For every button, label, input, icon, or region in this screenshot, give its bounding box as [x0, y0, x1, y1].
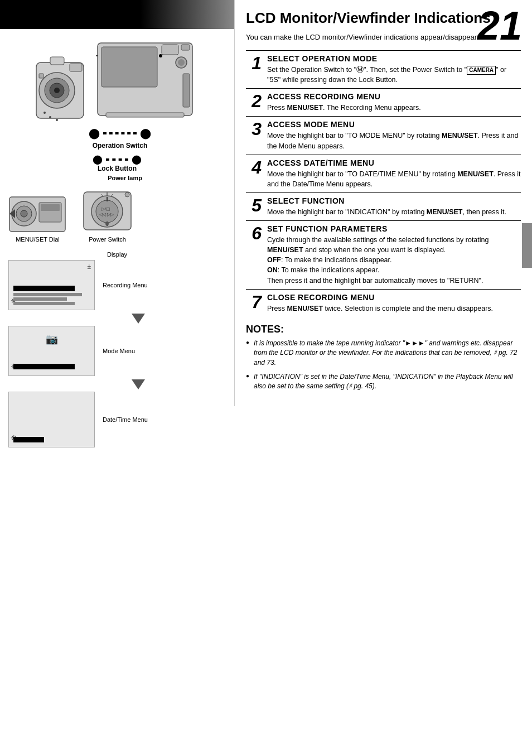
step-5-content: SELECT FUNCTION Move the highlight bar t…	[267, 196, 521, 217]
camera-top-view	[33, 35, 201, 124]
mode-menu-inner	[13, 364, 90, 371]
step-3-body: Move the highlight bar to "TO MODE MENU"…	[267, 131, 521, 151]
datetime-menu-row: ✳ Date/Time Menu	[8, 392, 226, 447]
recording-menu-row: ✳ ± Recording Menu	[8, 260, 226, 310]
step-2-body: Press MENU/SET. The Recording Menu appea…	[267, 103, 521, 113]
step-3: 3 ACCESS MODE MENU Move the highlight ba…	[246, 116, 521, 154]
svg-point-4	[54, 88, 60, 93]
datetime-menu-label: Date/Time Menu	[103, 416, 148, 423]
power-switch-svg: ▷/▢ ◁◁ ▷▷	[78, 184, 137, 234]
step-3-number: 3	[246, 120, 262, 138]
svg-point-16	[178, 59, 185, 66]
svg-text:◁◁ ▷▷: ◁◁ ▷▷	[99, 212, 114, 217]
note-2: If "INDICATION" is set in the Date/Time …	[246, 372, 521, 392]
svg-point-39	[105, 222, 109, 225]
step-5-title: SELECT FUNCTION	[267, 196, 521, 205]
menu-set-dial-label: MENU/SET Dial	[16, 236, 60, 243]
arrow-down-2	[132, 379, 145, 389]
highlight-bar-1	[13, 286, 75, 291]
step-2: 2 ACCESS RECORDING MENU Press MENU/SET. …	[246, 88, 521, 116]
lock-button-area: ⬤ ⬤ Lock Button	[8, 154, 226, 172]
svg-point-24	[21, 210, 27, 217]
step-1-content: SELECT OPERATION MODE Set the Operation …	[267, 54, 521, 85]
step-4-number: 4	[246, 158, 262, 176]
svg-rect-7	[39, 74, 43, 78]
step-5-body: Move the highlight bar to "INDICATION" b…	[267, 207, 521, 217]
step-1-body: Set the Operation Switch to "Ⓜ". Then, s…	[267, 65, 521, 85]
svg-rect-6	[70, 64, 82, 71]
recording-menu-inner	[13, 286, 90, 305]
highlight-bar-3	[13, 437, 44, 442]
intro-text: You can make the LCD monitor/Viewfinder …	[246, 32, 521, 42]
notes-list: It is impossible to make the tape runnin…	[246, 339, 521, 392]
top-bar	[0, 0, 234, 29]
svg-rect-5	[50, 57, 64, 65]
step-6-body: Cycle through the available settings of …	[267, 235, 521, 286]
display-label: Display	[8, 251, 226, 258]
step-3-title: ACCESS MODE MENU	[267, 120, 521, 129]
step-5: 5 SELECT FUNCTION Move the highlight bar…	[246, 192, 521, 220]
svg-rect-14	[181, 45, 190, 50]
main-title: LCD Monitor/Viewfinder Indications	[246, 10, 521, 27]
step-2-number: 2	[246, 92, 262, 110]
step-6-title: SET FUNCTION PARAMETERS	[267, 224, 521, 233]
notes-section: NOTES: It is impossible to make the tape…	[246, 324, 521, 392]
note-1: It is impossible to make the tape runnin…	[246, 339, 521, 368]
svg-text:▷/▢: ▷/▢	[101, 206, 110, 211]
mode-menu-label: Mode Menu	[103, 348, 135, 354]
left-column: ⬤ ⬤ Operation Switch ⬤ ⬤ Lock Button	[0, 29, 234, 456]
recording-menu-label: Recording Menu	[103, 282, 148, 288]
svg-point-30	[96, 200, 118, 223]
step-6: 6 SET FUNCTION PARAMETERS Cycle through …	[246, 220, 521, 289]
svg-rect-13	[162, 45, 178, 55]
step-4-body: Move the highlight bar to "TO DATE/TIME …	[267, 169, 521, 189]
step-2-title: ACCESS RECORDING MENU	[267, 92, 521, 101]
pm-symbol: ±	[87, 263, 91, 271]
svg-point-19	[159, 54, 162, 57]
step-7: 7 CLOSE RECORDING MENU Press MENU/SET tw…	[246, 289, 521, 317]
power-switch-label: Power Switch	[89, 236, 126, 243]
note-1-text: It is impossible to make the tape runnin…	[254, 339, 517, 367]
step-7-number: 7	[246, 293, 262, 311]
step-4: 4 ACCESS DATE/TIME MENU Move the highlig…	[246, 155, 521, 192]
step-1: 1 SELECT OPERATION MODE Set the Operatio…	[246, 50, 521, 88]
recording-menu-box: ✳ ±	[8, 260, 95, 310]
step-2-content: ACCESS RECORDING MENU Press MENU/SET. Th…	[267, 92, 521, 113]
power-lamp-label: Power lamp	[108, 175, 142, 181]
step-4-content: ACCESS DATE/TIME MENU Move the highlight…	[267, 158, 521, 189]
note-2-text: If "INDICATION" is set in the Date/Time …	[254, 373, 513, 390]
svg-point-8	[43, 112, 46, 114]
camera-body-svg	[95, 35, 201, 124]
notes-title: NOTES:	[246, 324, 521, 335]
camera-lens-svg	[33, 46, 89, 124]
svg-point-10	[56, 119, 58, 121]
steps-container: 1 SELECT OPERATION MODE Set the Operatio…	[246, 50, 521, 317]
display-section: Display ✳ ± Recording Menu ✳	[8, 251, 226, 447]
step-1-number: 1	[246, 54, 262, 72]
step-1-title: SELECT OPERATION MODE	[267, 54, 521, 63]
arrow-down-1	[132, 314, 145, 324]
step-7-body: Press MENU/SET twice. Selection is compl…	[267, 304, 521, 314]
menu-set-dial-box: MENU/SET Dial	[8, 186, 67, 243]
right-column: LCD Monitor/Viewfinder Indications You c…	[234, 0, 532, 406]
svg-rect-17	[183, 74, 190, 107]
step-7-title: CLOSE RECORDING MENU	[267, 293, 521, 302]
highlight-bar-2	[13, 364, 75, 369]
mode-icon: 📷	[46, 333, 58, 345]
svg-point-38	[125, 192, 129, 197]
lock-button-label: Lock Button	[93, 165, 142, 172]
step-4-title: ACCESS DATE/TIME MENU	[267, 158, 521, 167]
step-6-content: SET FUNCTION PARAMETERS Cycle through th…	[267, 224, 521, 286]
camera-diagram: ⬤ ⬤ Operation Switch	[8, 35, 226, 155]
mode-menu-row: ✳ 📷 Mode Menu	[8, 326, 226, 376]
step-7-content: CLOSE RECORDING MENU Press MENU/SET twic…	[267, 293, 521, 314]
menu-set-dial-svg	[8, 186, 67, 236]
svg-point-9	[49, 116, 51, 118]
camera-badge: CAMERA	[467, 66, 496, 75]
bottom-devices: MENU/SET Dial Power lamp ▷/▢	[8, 184, 226, 243]
datetime-menu-box: ✳	[8, 392, 95, 447]
operation-switch-label: Operation Switch	[93, 142, 148, 150]
svg-rect-18	[106, 113, 184, 117]
svg-rect-27	[41, 204, 60, 211]
step-5-number: 5	[246, 196, 262, 214]
